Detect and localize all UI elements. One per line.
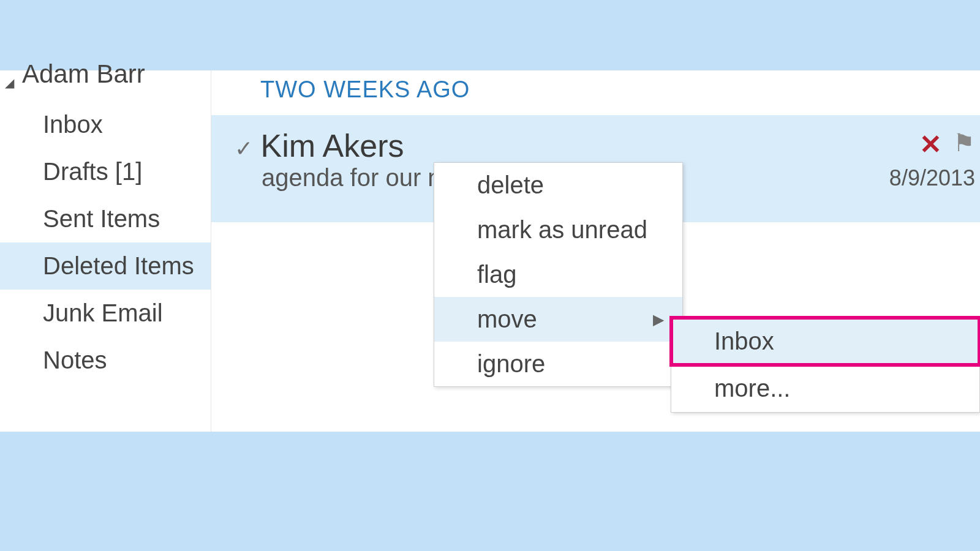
- flag-icon[interactable]: ⚑: [953, 129, 975, 157]
- menu-move-label: move: [477, 305, 537, 332]
- folder-deleted-items[interactable]: Deleted Items: [0, 242, 211, 290]
- folder-drafts[interactable]: Drafts [1]: [0, 148, 211, 195]
- move-submenu: Inbox more...: [671, 317, 980, 413]
- submenu-inbox[interactable]: Inbox: [671, 318, 979, 365]
- submenu-more[interactable]: more...: [671, 365, 979, 412]
- menu-mark-unread[interactable]: mark as unread: [434, 208, 682, 252]
- chevron-right-icon: ▶: [653, 311, 664, 328]
- delete-icon[interactable]: ✕: [919, 129, 942, 160]
- check-icon: ✓: [235, 136, 253, 162]
- message-date: 8/9/2013: [889, 165, 975, 191]
- folder-notes[interactable]: Notes: [0, 337, 211, 384]
- menu-ignore[interactable]: ignore: [434, 342, 682, 386]
- message-sender: Kim Akers: [260, 127, 404, 164]
- folder-sidebar: ◢ Adam Barr Inbox Drafts [1] Sent Items …: [0, 70, 211, 432]
- menu-move[interactable]: move ▶: [434, 297, 682, 342]
- folder-sent-items[interactable]: Sent Items: [0, 195, 211, 242]
- folder-junk-email[interactable]: Junk Email: [0, 290, 211, 337]
- folder-list: Inbox Drafts [1] Sent Items Deleted Item…: [0, 101, 211, 384]
- message-context-menu: delete mark as unread flag move ▶ ignore: [434, 162, 683, 387]
- account-name[interactable]: Adam Barr: [0, 59, 211, 89]
- menu-delete[interactable]: delete: [434, 163, 682, 208]
- folder-inbox[interactable]: Inbox: [0, 101, 211, 148]
- date-group-header: TWO WEEKS AGO: [211, 70, 980, 115]
- menu-flag[interactable]: flag: [434, 252, 682, 297]
